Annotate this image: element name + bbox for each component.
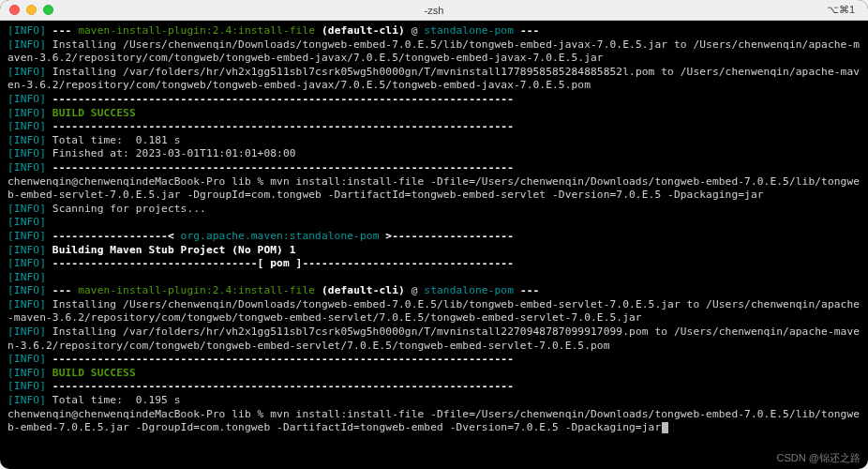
terminal-line: [INFO]	[7, 216, 861, 230]
terminal-line: [INFO] --- maven-install-plugin:2.4:inst…	[7, 24, 861, 38]
shortcut-indicator: ⌥⌘1	[827, 4, 855, 16]
terminal-line: [INFO] Installing /Users/chenwenqin/Down…	[7, 38, 861, 66]
terminal-window: -zsh ⌥⌘1 [INFO] --- maven-install-plugin…	[0, 0, 868, 469]
terminal-line: [INFO] Installing /Users/chenwenqin/Down…	[7, 298, 861, 325]
terminal-line: [INFO] BUILD SUCCESS	[7, 107, 861, 121]
terminal-line: [INFO] BUILD SUCCESS	[7, 367, 861, 381]
watermark: CSDN @锦还之路	[777, 451, 861, 465]
terminal-line: [INFO] --- maven-install-plugin:2.4:inst…	[7, 284, 861, 298]
titlebar: -zsh ⌥⌘1	[0, 0, 868, 21]
terminal-content[interactable]: [INFO] --- maven-install-plugin:2.4:inst…	[0, 21, 868, 443]
terminal-line: [INFO]	[7, 271, 861, 285]
terminal-line: [INFO] ------------------< org.apache.ma…	[7, 230, 861, 244]
terminal-line: [INFO] Scanning for projects...	[7, 203, 861, 217]
terminal-line: [INFO] --------------------------------[…	[7, 257, 861, 271]
terminal-line: [INFO] Total time: 0.195 s	[7, 394, 861, 408]
terminal-line: [INFO] ---------------------------------…	[7, 161, 861, 175]
terminal-line: [INFO] Finished at: 2023-03-01T11:01:01+…	[7, 147, 861, 161]
terminal-line: [INFO] Total time: 0.181 s	[7, 134, 861, 148]
cursor	[662, 422, 668, 433]
terminal-line: [INFO] ---------------------------------…	[7, 353, 861, 367]
window-title: -zsh	[0, 5, 868, 16]
terminal-line: [INFO] Installing /var/folders/hr/vh2x1g…	[7, 325, 861, 353]
terminal-line: [INFO] ---------------------------------…	[7, 120, 861, 134]
terminal-line: [INFO] ---------------------------------…	[7, 93, 861, 107]
terminal-line: chenwenqin@chenwenqindeMacBook-Pro lib %…	[7, 408, 861, 435]
terminal-line: [INFO] ---------------------------------…	[7, 380, 861, 394]
terminal-line: chenwenqin@chenwenqindeMacBook-Pro lib %…	[7, 175, 861, 203]
terminal-line: [INFO] Building Maven Stub Project (No P…	[7, 244, 861, 258]
terminal-line: [INFO] Installing /var/folders/hr/vh2x1g…	[7, 66, 861, 93]
